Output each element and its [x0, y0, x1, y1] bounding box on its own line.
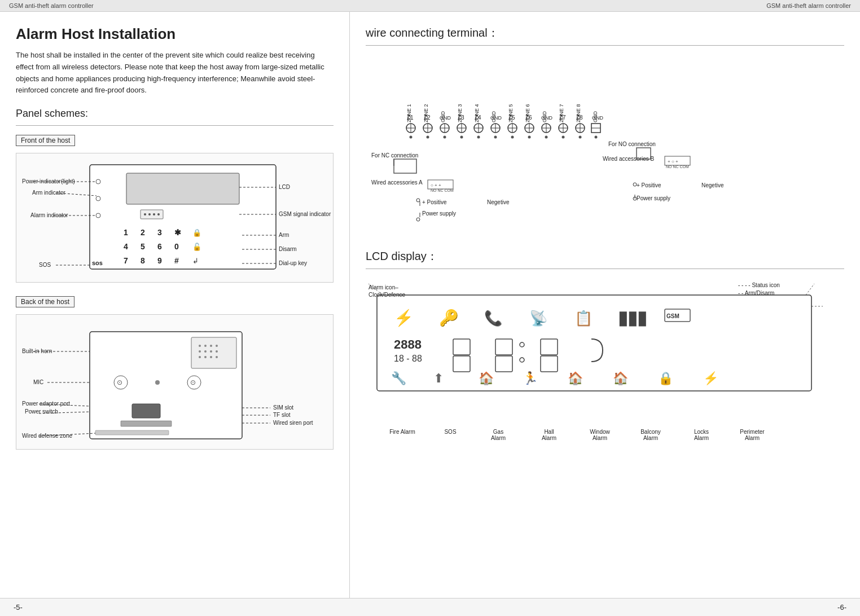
footer-bar: -5- -6-: [0, 598, 860, 616]
svg-text:Arm indicator: Arm indicator: [32, 190, 66, 196]
label-locks-alarm: Locks Alarm: [676, 429, 727, 441]
svg-text:8: 8: [141, 256, 145, 265]
svg-point-168: [416, 199, 420, 202]
svg-text:▊▊▊: ▊▊▊: [619, 311, 648, 327]
svg-text:5: 5: [141, 242, 145, 251]
svg-text:Wired siren port: Wired siren port: [273, 420, 313, 426]
svg-text:Z6: Z6: [525, 115, 532, 121]
svg-text:Dial-up key: Dial-up key: [279, 260, 307, 266]
svg-point-5: [153, 213, 155, 215]
svg-point-144: [460, 136, 463, 139]
svg-text:4: 4: [124, 242, 128, 251]
svg-text:⊙: ⊙: [117, 379, 122, 386]
svg-point-6: [157, 213, 160, 215]
svg-text:GND: GND: [440, 115, 451, 121]
svg-text:Alarm icon–: Alarm icon–: [368, 284, 398, 291]
svg-point-151: [579, 136, 582, 139]
svg-text:6: 6: [157, 242, 162, 251]
front-host-label: Front of the host: [16, 135, 75, 146]
svg-text:GND: GND: [541, 115, 553, 121]
svg-text:Z2: Z2: [424, 115, 431, 121]
svg-text:1: 1: [124, 228, 128, 237]
svg-point-49: [216, 345, 218, 347]
label-window-alarm: Window Alarm: [574, 429, 625, 441]
footer-left-page: -5-: [14, 603, 23, 611]
svg-line-207: [806, 284, 814, 295]
wire-terminal-diagram: ZONE 1 Z1 ZONE 2 Z2 GND GND ZONE 3 Z3 ZO…: [366, 55, 844, 235]
svg-text:✱: ✱: [174, 228, 181, 237]
lcd-diagram: ⚡ 🔑 📞 📡 📋 ▊▊▊ GSM 2888: [366, 278, 844, 436]
svg-text:0: 0: [174, 242, 179, 251]
svg-point-56: [210, 356, 212, 358]
svg-text:#: #: [174, 256, 179, 265]
svg-text:Z7: Z7: [559, 115, 566, 121]
svg-text:🔒: 🔒: [658, 371, 674, 386]
svg-text:- - Arm/Disarm: - - Arm/Disarm: [738, 290, 774, 296]
svg-text:⚡: ⚡: [394, 309, 414, 327]
svg-text:Power indicator(light): Power indicator(light): [22, 178, 75, 184]
svg-text:GSM signal indicator: GSM signal indicator: [279, 211, 331, 217]
svg-text:7: 7: [124, 256, 128, 265]
svg-text:+ ○ +: + ○ +: [668, 159, 678, 164]
svg-text:GND: GND: [592, 115, 604, 121]
svg-point-48: [210, 345, 212, 347]
svg-point-57: [216, 356, 218, 358]
section-divider-2: [366, 45, 844, 46]
svg-text:3: 3: [157, 228, 162, 237]
svg-text:For NO connection: For NO connection: [608, 141, 656, 147]
label-sos: SOS: [428, 429, 473, 441]
svg-text:📞: 📞: [484, 309, 503, 327]
svg-text:Power supply: Power supply: [422, 210, 456, 217]
svg-text:Z4: Z4: [475, 115, 481, 121]
svg-text:18 - 88: 18 - 88: [394, 354, 422, 363]
svg-text:⬆: ⬆: [433, 371, 444, 385]
wire-section-title: wire connecting terminal：: [366, 25, 844, 41]
svg-text:Power switch: Power switch: [25, 408, 58, 415]
label-gas-alarm: Gas Alarm: [473, 429, 524, 441]
svg-point-50: [199, 350, 201, 353]
footer-right-page: -6-: [837, 603, 846, 611]
svg-text:Arm: Arm: [279, 232, 289, 238]
svg-text:TF slot: TF slot: [273, 412, 291, 418]
svg-text:Disarm: Disarm: [279, 246, 297, 252]
svg-point-60: [155, 380, 160, 385]
intro-text: The host shall be installed in the cente…: [16, 50, 334, 96]
svg-point-146: [494, 136, 497, 139]
back-diagram-svg: ⊙ ⊙: [22, 320, 338, 450]
svg-text:Wired accessories A: Wired accessories A: [371, 179, 423, 186]
svg-text:2888: 2888: [394, 337, 422, 351]
svg-point-53: [216, 350, 218, 353]
section-divider-3: [366, 269, 844, 269]
svg-text:↲: ↲: [192, 257, 199, 265]
svg-point-149: [545, 136, 548, 139]
svg-rect-64: [121, 421, 172, 426]
svg-rect-65: [95, 430, 169, 435]
svg-point-141: [410, 136, 413, 139]
svg-text:Wired defense zone: Wired defense zone: [22, 433, 72, 439]
svg-text:Wired accessories B: Wired accessories B: [603, 156, 654, 162]
front-diagram-svg: 1 2 3 ✱ 4 5 6 0 7 8 9 # 🔒 🔓 ↲: [22, 159, 338, 278]
svg-point-51: [204, 350, 207, 353]
svg-text:⊙: ⊙: [190, 379, 196, 386]
svg-text:LCD: LCD: [279, 184, 290, 190]
svg-point-147: [511, 136, 514, 139]
svg-text:📡: 📡: [529, 309, 548, 327]
label-perimeter-alarm: Perimeter Alarm: [727, 429, 778, 441]
svg-text:SIM slot: SIM slot: [273, 404, 293, 411]
svg-text:MIC: MIC: [33, 379, 43, 385]
svg-text:GSM: GSM: [666, 313, 679, 319]
back-diagram: ⊙ ⊙: [16, 314, 334, 450]
svg-text:For NC connection: For NC connection: [371, 152, 418, 159]
svg-text:🔓: 🔓: [192, 242, 202, 252]
svg-rect-45: [191, 337, 236, 368]
svg-text:Alarm indicator: Alarm indicator: [30, 212, 68, 218]
svg-text:9: 9: [157, 256, 162, 265]
svg-text:🏠: 🏠: [568, 371, 583, 386]
header-right-label: GSM anti-theft alarm controller: [766, 2, 851, 9]
svg-text:Clock/Defence: Clock/Defence: [368, 292, 405, 298]
svg-point-145: [477, 136, 480, 139]
lcd-section-title: LCD display：: [366, 249, 844, 264]
svg-point-47: [204, 345, 207, 347]
svg-text:🏠: 🏠: [613, 371, 629, 386]
wire-terminal-svg: ZONE 1 Z1 ZONE 2 Z2 GND GND ZONE 3 Z3 ZO…: [366, 55, 817, 230]
